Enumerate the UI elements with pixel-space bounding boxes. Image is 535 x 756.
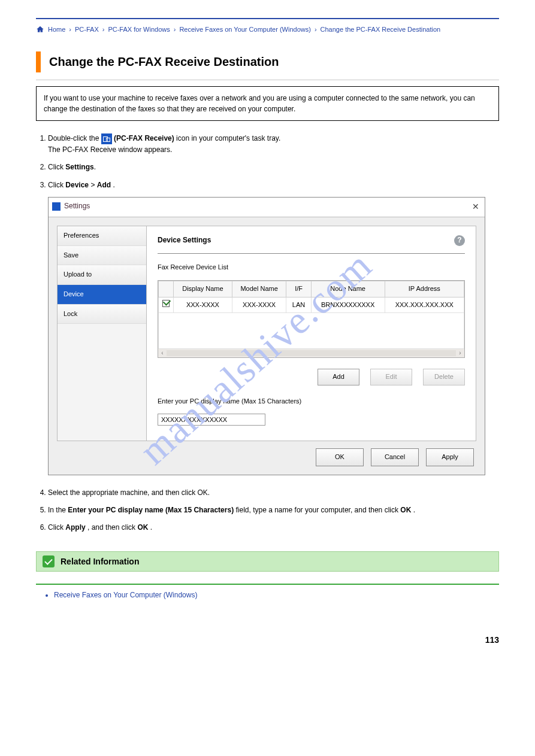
step-text: . (413, 506, 415, 514)
scroll-left-icon[interactable]: ‹ (158, 348, 167, 358)
step-text: , and then click (87, 523, 137, 532)
page-title: Change the PC-FAX Receive Destination (49, 51, 499, 72)
cell-node-name: BRNXXXXXXXXX (311, 297, 385, 313)
device-table: Display Name Model Name I/F Node Name IP… (158, 281, 464, 349)
sidebar-item-device[interactable]: Device (58, 285, 146, 305)
col-node-name[interactable]: Node Name (311, 281, 385, 297)
close-icon[interactable]: ✕ (470, 200, 481, 213)
page-number: 113 (36, 635, 499, 645)
scroll-right-icon[interactable]: › (456, 348, 464, 358)
cell-if: LAN (286, 297, 311, 313)
cell-display-name: XXX-XXXX (174, 297, 232, 313)
chevron-right-icon: › (102, 26, 105, 33)
device-settings-pane: Device Settings ? Fax Receive Device Lis… (147, 226, 476, 441)
settings-window: Settings ✕ Preferences Save Upload to De… (48, 197, 485, 475)
pane-title: Device Settings (158, 235, 454, 246)
window-body: Preferences Save Upload to Device Lock D… (49, 217, 485, 475)
heading-underline (36, 80, 499, 80)
help-icon[interactable]: ? (454, 235, 465, 246)
window-titlebar: Settings ✕ (49, 198, 485, 217)
breadcrumb-item[interactable]: Receive Faxes on Your Computer (Windows) (179, 26, 310, 33)
window-icon (52, 202, 61, 211)
chevron-right-icon: › (174, 26, 176, 33)
step-bold: Device (65, 181, 89, 189)
note-box: If you want to use your machine to recei… (36, 86, 499, 121)
row-checkbox[interactable] (162, 300, 170, 307)
col-check (159, 281, 174, 297)
step-text: > (90, 181, 96, 189)
sidebar-item-upload-to[interactable]: Upload to (58, 265, 146, 285)
step-4: Select the appropriate machine, and then… (48, 487, 499, 499)
step-bold: (PC-FAX Receive) (114, 134, 174, 142)
step-text: . (113, 181, 114, 189)
step-bold: Add (97, 181, 111, 189)
edit-button[interactable]: Edit (370, 369, 412, 385)
table-empty-space (159, 313, 464, 349)
check-icon (43, 555, 55, 567)
step-bold: OK (400, 506, 411, 514)
ok-button[interactable]: OK (316, 448, 364, 466)
step-text: icon in your computer's task tray. (176, 134, 280, 142)
cell-model-name: XXX-XXXX (232, 297, 286, 313)
step-subtext: The PC-FAX Receive window appears. (48, 145, 172, 154)
step-bold: Apply (65, 523, 85, 532)
step-bold: OK (137, 523, 148, 532)
pc-name-input[interactable] (158, 414, 265, 426)
col-if[interactable]: I/F (286, 281, 311, 297)
chevron-right-icon: › (315, 26, 317, 33)
step-text: Double-click the (48, 134, 101, 142)
step-bold: Enter your PC display name (Max 15 Chara… (68, 506, 234, 514)
chevron-right-icon: › (69, 26, 71, 33)
breadcrumb-item[interactable]: Home (48, 26, 65, 33)
cancel-button[interactable]: Cancel (371, 448, 419, 466)
related-info-header: Related Information (36, 551, 499, 572)
dialog-button-row: OK Cancel Apply (57, 448, 476, 466)
table-row[interactable]: XXX-XXXX XXX-XXXX LAN BRNXXXXXXXXX XXX.X… (159, 297, 464, 313)
home-icon[interactable] (36, 25, 44, 34)
step-text: field, type a name for your computer, an… (235, 506, 400, 514)
step-text: In the (48, 506, 68, 514)
table-button-row: Add Edit Delete (158, 369, 465, 385)
delete-button[interactable]: Delete (423, 369, 465, 385)
step-text: . (150, 523, 152, 532)
step-bold: Settings (65, 163, 93, 171)
col-model-name[interactable]: Model Name (232, 281, 286, 297)
step-5: In the Enter your PC display name (Max 1… (48, 505, 499, 516)
scroll-track[interactable] (167, 350, 456, 356)
page-heading-row: Change the PC-FAX Receive Destination (36, 51, 499, 72)
step-1: Double-click the (PC-FAX Receive) icon i… (48, 133, 499, 156)
related-list: Receive Faxes on Your Computer (Windows) (36, 591, 499, 599)
sidebar-item-save[interactable]: Save (58, 246, 146, 266)
step-3: Click Device > Add . Settings ✕ Preferen… (48, 180, 499, 475)
breadcrumb-item[interactable]: PC-FAX (75, 26, 99, 33)
steps-list: Double-click the (PC-FAX Receive) icon i… (36, 133, 499, 533)
col-ip-address[interactable]: IP Address (385, 281, 464, 297)
step-6: Click Apply , and then click OK . (48, 522, 499, 533)
breadcrumb-item[interactable]: Change the PC-FAX Receive Destination (321, 26, 441, 33)
top-rule (36, 18, 499, 19)
pc-name-label: Enter your PC display name (Max 15 Chara… (158, 396, 465, 407)
step-text: Select the appropriate machine, and then… (48, 488, 210, 497)
step-text: Click (48, 181, 65, 189)
breadcrumb: Home › PC-FAX › PC-FAX for Windows › Rec… (36, 25, 499, 34)
step-text: Click (48, 523, 65, 532)
breadcrumb-item[interactable]: PC-FAX for Windows (108, 26, 170, 33)
col-display-name[interactable]: Display Name (174, 281, 232, 297)
pane-subtitle: Fax Receive Device List (158, 262, 465, 273)
add-button[interactable]: Add (318, 369, 359, 385)
cell-ip-address: XXX.XXX.XXX.XXX (385, 297, 464, 313)
pcfax-tray-icon (101, 133, 112, 144)
settings-sidebar: Preferences Save Upload to Device Lock (57, 226, 147, 441)
horizontal-scrollbar[interactable]: ‹ › (158, 349, 464, 357)
sidebar-item-lock[interactable]: Lock (58, 305, 146, 324)
device-table-wrap: Display Name Model Name I/F Node Name IP… (158, 280, 465, 358)
apply-button[interactable]: Apply (426, 448, 474, 466)
sidebar-item-preferences[interactable]: Preferences (58, 226, 146, 246)
step-2: Click Settings. (48, 162, 499, 173)
related-link[interactable]: Receive Faxes on Your Computer (Windows) (54, 591, 499, 599)
accent-bar (36, 51, 41, 72)
related-divider (36, 584, 499, 585)
window-title: Settings (64, 201, 470, 212)
pane-rule (158, 253, 465, 254)
related-title: Related Information (61, 557, 139, 566)
